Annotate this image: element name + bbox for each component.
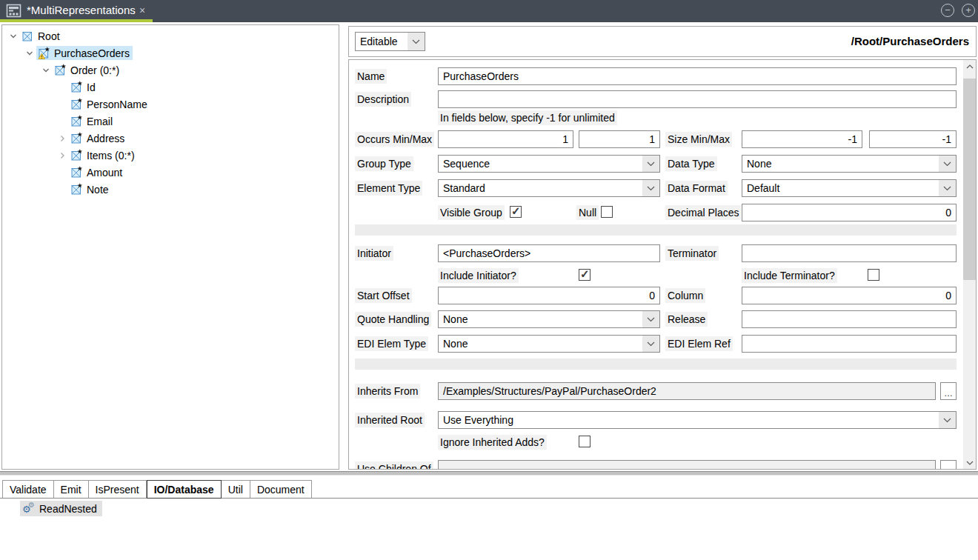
size-max-input[interactable] [869, 130, 957, 148]
scrollbar-thumb[interactable] [963, 79, 976, 280]
column-input[interactable] [742, 287, 957, 304]
initiator-input[interactable] [438, 244, 660, 262]
name-input[interactable] [438, 67, 957, 85]
tab-validate[interactable]: Validate [2, 480, 54, 498]
visible-group-checkbox[interactable] [510, 206, 522, 218]
tree-node-box[interactable]: Address [69, 131, 127, 145]
tab-document[interactable]: Document [250, 480, 312, 498]
tree-node-box[interactable]: Id [69, 80, 99, 94]
description-label: Description [355, 92, 411, 107]
function-item-readnested[interactable]: ⚙⚙ReadNested [20, 501, 102, 516]
element-type-select[interactable]: Standard [438, 179, 660, 197]
tree-node-box[interactable]: Note [69, 182, 112, 196]
chevron-expanded-icon[interactable] [39, 65, 53, 76]
occurs-max-input[interactable] [579, 130, 660, 148]
section-separator [355, 224, 957, 236]
quote-handling-select[interactable]: None [438, 310, 660, 328]
tree-node-address[interactable]: Address [2, 130, 339, 147]
data-format-select[interactable]: Default [742, 179, 957, 197]
data-format-label: Data Format [665, 181, 728, 196]
start-offset-input[interactable] [438, 287, 660, 304]
structure-node-icon [70, 115, 83, 127]
ignore-inherited-adds-checkbox[interactable] [579, 436, 591, 447]
include-terminator-checkbox[interactable] [868, 269, 879, 281]
chevron-down-icon [939, 180, 956, 196]
maximize-button[interactable]: + [962, 4, 975, 17]
document-tab-title: *MultiRepresentations [27, 4, 136, 16]
tree-node-box[interactable]: PurchaseOrders [36, 46, 133, 60]
form-scrollbar[interactable] [963, 60, 976, 469]
structure-node-icon [70, 149, 83, 161]
tab-io-database[interactable]: IO/Database [147, 480, 222, 499]
chevron-expanded-icon[interactable] [7, 31, 20, 41]
include-initiator-checkbox[interactable] [579, 269, 591, 281]
tree-node-box[interactable]: Order (0:*) [53, 63, 122, 77]
scroll-down-icon[interactable] [963, 456, 976, 469]
use-children-of-input[interactable] [438, 460, 936, 470]
release-input[interactable] [742, 310, 957, 328]
edi-elem-type-select[interactable]: None [438, 335, 660, 353]
inherits-from-input[interactable] [438, 382, 936, 400]
tree-node-id[interactable]: Id [2, 79, 339, 96]
horizontal-splitter[interactable] [0, 471, 978, 476]
edi-elem-ref-label: EDI Elem Ref [665, 336, 733, 351]
occurs-min-input[interactable] [438, 130, 573, 148]
group-type-select[interactable]: Sequence [438, 155, 660, 173]
tree-node-items-0[interactable]: Items (0:*) [2, 147, 339, 164]
tree-node-label: Id [87, 81, 96, 93]
edi-elem-type-label: EDI Elem Type [355, 336, 428, 351]
description-input[interactable] [438, 90, 957, 108]
close-tab-icon[interactable]: × [139, 4, 145, 16]
tree-node-box[interactable]: Root [20, 29, 63, 43]
decimal-places-input[interactable] [742, 204, 957, 221]
terminator-input[interactable] [742, 244, 957, 262]
structure-node-icon [70, 81, 83, 93]
chevron-down-icon [642, 156, 659, 172]
tree-node-label: Amount [87, 167, 122, 179]
minimize-button[interactable]: − [941, 4, 954, 17]
release-label: Release [665, 312, 708, 327]
properties-form: Name Description In fields below, specif… [348, 59, 977, 470]
edi-elem-ref-input[interactable] [742, 335, 957, 353]
tab-emit[interactable]: Emit [54, 480, 89, 498]
structure-node-icon [21, 30, 34, 42]
size-min-input[interactable] [742, 130, 862, 148]
visible-group-label: Visible Group [438, 205, 505, 220]
tree-node-amount[interactable]: Amount [2, 164, 339, 181]
tree-node-root[interactable]: Root [2, 27, 339, 44]
initiator-label: Initiator [355, 246, 393, 261]
tree-indent [56, 184, 69, 195]
tree-node-label: PersonName [87, 99, 147, 110]
element-type-label: Element Type [355, 181, 422, 196]
tree-node-email[interactable]: Email [2, 113, 339, 130]
null-checkbox[interactable] [601, 206, 613, 218]
terminator-label: Terminator [665, 246, 719, 261]
tree-node-box[interactable]: Email [69, 114, 116, 128]
ignore-inherited-adds-label: Ignore Inherited Adds? [438, 435, 547, 450]
inherits-from-browse-button[interactable]: … [940, 382, 957, 400]
scroll-up-icon[interactable] [963, 60, 976, 73]
edit-mode-select[interactable]: Editable [355, 32, 425, 51]
use-children-of-browse-button[interactable]: … [940, 460, 957, 470]
tree-node-label: Address [87, 133, 124, 144]
tab-util[interactable]: Util [222, 480, 250, 498]
inherited-root-select[interactable]: Use Everything [438, 411, 957, 429]
tree-node-order-0[interactable]: Order (0:*) [2, 61, 339, 79]
tree-node-note[interactable]: Note [2, 181, 339, 198]
data-type-select[interactable]: None [742, 155, 957, 173]
size-minmax-label: Size Min/Max [665, 132, 732, 147]
tab-ispresent[interactable]: IsPresent [89, 480, 147, 498]
chevron-collapsed-icon[interactable] [56, 150, 69, 161]
chevron-down-icon [642, 180, 659, 196]
tree-node-personname[interactable]: PersonName [2, 96, 339, 113]
chevron-expanded-icon[interactable] [23, 48, 36, 59]
tree-node-box[interactable]: Items (0:*) [69, 148, 138, 162]
tree-node-box[interactable]: PersonName [69, 97, 150, 111]
tree-indent [56, 82, 69, 93]
chevron-down-icon [939, 412, 956, 428]
tree-node-purchaseorders[interactable]: PurchaseOrders [2, 44, 339, 61]
tree-node-box[interactable]: Amount [69, 165, 125, 179]
chevron-collapsed-icon[interactable] [56, 133, 69, 144]
tree-indent [56, 116, 69, 127]
tree-node-label: PurchaseOrders [54, 47, 130, 59]
